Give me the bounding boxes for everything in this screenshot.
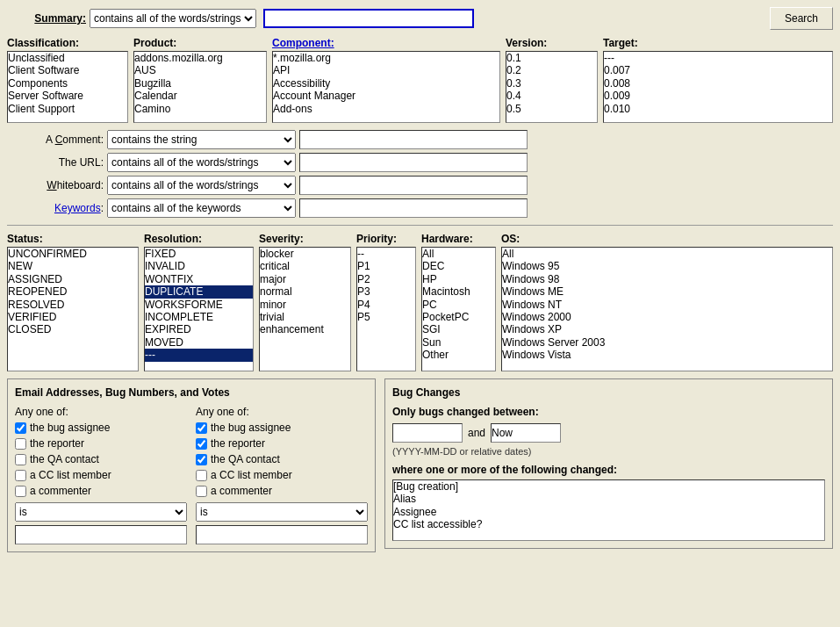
component-link[interactable]: Component: <box>272 37 334 49</box>
email-col2-cb5: a commenter <box>196 485 368 497</box>
target-group: Target: --- 0.007 0.008 0.009 0.010 <box>603 37 833 123</box>
qa-contact-cb2[interactable] <box>196 454 207 465</box>
classification-label: Classification: <box>7 37 128 49</box>
url-label: The URL: <box>7 156 104 169</box>
component-group: Component: *.mozilla.org API Accessibili… <box>272 37 500 123</box>
bug-changes-panel: Bug Changes Only bugs changed between: a… <box>384 378 833 549</box>
search-button[interactable]: Search <box>770 7 833 30</box>
cc-list-label1: a CC list member <box>30 469 111 481</box>
resolution-select[interactable]: FIXED INVALID WONTFIX DUPLICATE WORKSFOR… <box>145 248 253 371</box>
keywords-input[interactable] <box>299 198 528 218</box>
os-listbox[interactable]: All Windows 95 Windows 98 Windows ME Win… <box>501 247 833 371</box>
target-select[interactable]: --- 0.007 0.008 0.009 0.010 <box>604 52 832 122</box>
keywords-label: Keywords: <box>7 202 104 214</box>
resolution-listbox[interactable]: FIXED INVALID WONTFIX DUPLICATE WORKSFOR… <box>144 247 254 371</box>
qa-contact-label2: the QA contact <box>211 453 280 465</box>
email-col2-cb1: the bug assignee <box>196 422 368 434</box>
hardware-group: Hardware: All DEC HP Macintosh PC Pocket… <box>421 233 496 371</box>
commenter-cb2[interactable] <box>196 486 207 497</box>
assignee-label1: the bug assignee <box>30 422 110 434</box>
where-label: where one or more of the following chang… <box>392 464 825 476</box>
keywords-select[interactable]: contains all of the keywords contains an… <box>107 198 296 218</box>
commenter-label1: a commenter <box>30 485 91 497</box>
hardware-listbox[interactable]: All DEC HP Macintosh PC PocketPC SGI Sun… <box>421 247 496 371</box>
email-col1-cb5: a commenter <box>15 485 187 497</box>
priority-select[interactable]: -- P1 P2 P3 P4 P5 <box>357 248 415 371</box>
target-label: Target: <box>603 37 833 49</box>
qa-contact-cb1[interactable] <box>15 454 26 465</box>
severity-select[interactable]: blocker critical major normal minor triv… <box>260 248 350 371</box>
url-select[interactable]: contains all of the words/strings contai… <box>107 153 296 172</box>
status-select[interactable]: UNCONFIRMED NEW ASSIGNED REOPENED RESOLV… <box>8 248 138 371</box>
changes-listbox[interactable]: [Bug creation] Alias Assignee CC list ac… <box>392 479 825 541</box>
component-listbox[interactable]: *.mozilla.org API Accessibility Account … <box>272 51 500 123</box>
url-input[interactable] <box>299 153 528 172</box>
version-listbox[interactable]: 0.1 0.2 0.3 0.4 0.5 <box>506 51 598 123</box>
commenter-cb1[interactable] <box>15 486 26 497</box>
classification-listbox[interactable]: Unclassified Client Software Components … <box>7 51 128 123</box>
multi-select-row: Status: UNCONFIRMED NEW ASSIGNED REOPENE… <box>7 233 833 371</box>
summary-label: Summary: <box>7 12 86 25</box>
classification-select[interactable]: Unclassified Client Software Components … <box>8 52 127 122</box>
product-listbox[interactable]: addons.mozilla.org AUS Bugzilla Calendar… <box>133 51 267 123</box>
date-to-input[interactable] <box>491 423 561 443</box>
os-group: OS: All Windows 95 Windows 98 Windows ME… <box>501 233 833 371</box>
priority-label: Priority: <box>356 233 416 245</box>
email-is-select2[interactable]: is is not contains does not contain <box>196 502 368 522</box>
divider <box>7 225 833 226</box>
priority-listbox[interactable]: -- P1 P2 P3 P4 P5 <box>356 247 416 371</box>
email-col1-cb3: the QA contact <box>15 453 187 465</box>
email-text-input1[interactable] <box>15 525 187 544</box>
whiteboard-input[interactable] <box>299 176 528 195</box>
bug-changes-title: Bug Changes <box>392 386 825 399</box>
changes-select[interactable]: [Bug creation] Alias Assignee CC list ac… <box>393 480 824 540</box>
summary-row: Summary: contains all of the words/strin… <box>7 7 833 30</box>
product-group: Product: addons.mozilla.org AUS Bugzilla… <box>133 37 267 123</box>
os-select[interactable]: All Windows 95 Windows 98 Windows ME Win… <box>502 248 832 371</box>
reporter-cb2[interactable] <box>196 438 207 450</box>
component-select[interactable]: *.mozilla.org API Accessibility Account … <box>273 52 499 122</box>
a-comment-select[interactable]: contains the string contains all of the … <box>107 130 296 149</box>
assignee-label2: the bug assignee <box>211 422 291 434</box>
email-is-select1[interactable]: is is not contains does not contain <box>15 502 187 522</box>
priority-group: Priority: -- P1 P2 P3 P4 P5 <box>356 233 416 371</box>
keywords-row: Keywords: contains all of the keywords c… <box>7 198 833 218</box>
email-select-row2: is is not contains does not contain <box>196 502 368 522</box>
a-comment-row: A Comment: contains the string contains … <box>7 130 833 149</box>
resolution-label: Resolution: <box>144 233 254 245</box>
date-from-input[interactable] <box>392 423 463 443</box>
assignee-cb2[interactable] <box>196 422 207 434</box>
url-row: The URL: contains all of the words/strin… <box>7 153 833 172</box>
product-select[interactable]: addons.mozilla.org AUS Bugzilla Calendar… <box>134 52 266 122</box>
bug-changes-between: Only bugs changed between: <box>392 406 825 418</box>
target-listbox[interactable]: --- 0.007 0.008 0.009 0.010 <box>603 51 833 123</box>
email-col1-cb2: the reporter <box>15 437 187 450</box>
status-listbox[interactable]: UNCONFIRMED NEW ASSIGNED REOPENED RESOLV… <box>7 247 139 371</box>
email-col1-cb1: the bug assignee <box>15 422 187 434</box>
version-label: Version: <box>506 37 598 49</box>
version-select[interactable]: 0.1 0.2 0.3 0.4 0.5 <box>506 52 597 122</box>
filters-row: Classification: Unclassified Client Soft… <box>7 37 833 123</box>
component-label: Component: <box>272 37 500 49</box>
assignee-cb1[interactable] <box>15 422 26 434</box>
severity-listbox[interactable]: blocker critical major normal minor triv… <box>259 247 351 371</box>
email-panel-title: Email Addresses, Bug Numbers, and Votes <box>15 386 368 399</box>
date-row: and <box>392 423 825 443</box>
email-select-row1: is is not contains does not contain <box>15 502 187 522</box>
summary-select[interactable]: contains all of the words/strings contai… <box>90 9 256 28</box>
email-text-input2[interactable] <box>196 525 368 544</box>
bottom-row: Email Addresses, Bug Numbers, and Votes … <box>7 378 833 552</box>
keywords-link[interactable]: Keywords <box>54 202 101 214</box>
reporter-cb1[interactable] <box>15 438 26 450</box>
a-comment-input[interactable] <box>299 130 528 149</box>
classification-group: Classification: Unclassified Client Soft… <box>7 37 128 123</box>
main-container: Summary: contains all of the words/strin… <box>0 0 840 627</box>
whiteboard-select[interactable]: contains all of the words/strings contai… <box>107 176 296 195</box>
cc-list-cb1[interactable] <box>15 470 26 481</box>
status-group: Status: UNCONFIRMED NEW ASSIGNED REOPENE… <box>7 233 139 371</box>
email-col1-cb4: a CC list member <box>15 469 187 481</box>
hardware-select[interactable]: All DEC HP Macintosh PC PocketPC SGI Sun… <box>422 248 495 371</box>
summary-input[interactable] <box>263 9 474 28</box>
cc-list-cb2[interactable] <box>196 470 207 481</box>
severity-group: Severity: blocker critical major normal … <box>259 233 351 371</box>
